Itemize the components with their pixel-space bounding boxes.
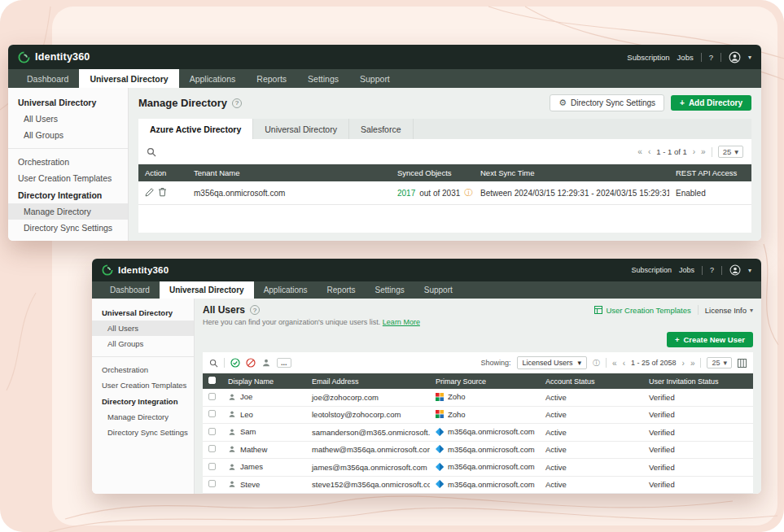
user-row[interactable]: Johnson johnson12@m356qa.onmicrosoft.com: [203, 494, 753, 495]
row-checkbox[interactable]: [208, 445, 216, 452]
next-page-button[interactable]: ›: [693, 147, 695, 156]
search-icon[interactable]: [147, 147, 156, 157]
chevron-down-icon: ▾: [723, 359, 727, 367]
prev-page-button[interactable]: ‹: [623, 359, 625, 368]
account-status-cell: Active: [540, 406, 643, 424]
nav-settings[interactable]: Settings: [297, 69, 349, 88]
info-icon[interactable]: ⓘ: [593, 358, 600, 368]
sidebar-item-orchestration[interactable]: Orchestration: [92, 362, 194, 377]
row-checkbox[interactable]: [208, 393, 216, 400]
help-button[interactable]: ?: [710, 266, 714, 274]
sidebar-item-user-creation-templates[interactable]: User Creation Templates: [8, 170, 128, 186]
tab-azure-active-directory[interactable]: Azure Active Directory: [138, 119, 253, 139]
chevron-down-icon[interactable]: ▾: [748, 54, 751, 61]
page-size-select[interactable]: 25 ▾: [718, 146, 743, 158]
search-icon[interactable]: [209, 359, 218, 368]
synced-count-link[interactable]: 2017: [397, 189, 415, 198]
last-page-button[interactable]: »: [701, 147, 706, 156]
sidebar-item-orchestration[interactable]: Orchestration: [8, 154, 128, 170]
prev-page-button[interactable]: ‹: [648, 147, 650, 156]
sidebar-item-manage-directory[interactable]: Manage Directory: [92, 409, 194, 425]
nav-dashboard[interactable]: Dashboard: [100, 281, 160, 299]
sidebar-item-directory-sync-settings[interactable]: Directory Sync Settings: [92, 425, 194, 440]
user-creation-templates-link[interactable]: User Creation Templates: [594, 306, 690, 315]
sidebar-item-all-groups[interactable]: All Groups: [92, 336, 194, 351]
create-new-user-button[interactable]: + Create New User: [667, 332, 753, 347]
nav-reports[interactable]: Reports: [246, 69, 297, 88]
directory-sync-settings-button[interactable]: ⚙ Directory Sync Settings: [550, 94, 664, 111]
nav-universal-directory[interactable]: Universal Directory: [160, 281, 254, 299]
page-size-select[interactable]: 25 ▾: [707, 357, 732, 368]
nav-applications[interactable]: Applications: [254, 281, 318, 299]
nav-universal-directory[interactable]: Universal Directory: [79, 69, 178, 88]
tab-universal-directory[interactable]: Universal Directory: [253, 119, 349, 139]
divider: [92, 356, 194, 357]
sidebar-item-all-groups[interactable]: All Groups: [8, 127, 128, 143]
help-icon[interactable]: ?: [232, 98, 242, 108]
tab-salesforce[interactable]: Salesforce: [349, 119, 414, 139]
select-all-checkbox[interactable]: [208, 377, 216, 384]
user-icon: [228, 463, 236, 471]
user-avatar-icon[interactable]: [729, 51, 741, 63]
nav-support[interactable]: Support: [349, 69, 401, 88]
column-chooser-icon[interactable]: [738, 359, 747, 368]
nav-support[interactable]: Support: [414, 281, 462, 299]
user-row[interactable]: Mathew mathew@m356qa.onmicrosoft.com: [203, 441, 753, 459]
sidebar-item-all-users[interactable]: All Users: [8, 111, 128, 127]
display-name-text: Leo: [240, 410, 253, 419]
edit-icon[interactable]: [145, 188, 154, 197]
users-card: ... Showing: Licensed Users ▾ ⓘ « ‹ 1 -: [203, 352, 753, 494]
user-row[interactable]: Leo leotolstoy@zohocorp.com: [203, 406, 753, 424]
row-checkbox[interactable]: [208, 428, 216, 435]
user-row[interactable]: Steve steve152@m356qa.onmicrosoft.com: [203, 476, 753, 494]
sync-user-icon[interactable]: [261, 358, 271, 368]
nav-reports[interactable]: Reports: [318, 281, 366, 299]
license-info-link[interactable]: License Info ▾: [705, 306, 753, 315]
info-icon[interactable]: ⓘ: [464, 187, 472, 198]
disable-user-icon[interactable]: [246, 358, 256, 368]
user-row[interactable]: Joe joe@zohocorp.com: [203, 389, 753, 406]
sidebar-item-directory-sync-settings[interactable]: Directory Sync Settings: [8, 220, 128, 236]
add-directory-button[interactable]: + Add Directory: [671, 95, 751, 111]
sidebar-item-manage-directory[interactable]: Manage Directory: [8, 203, 128, 220]
more-actions-button[interactable]: ...: [277, 358, 291, 368]
user-avatar-icon[interactable]: [729, 264, 741, 276]
delete-icon[interactable]: [158, 187, 167, 197]
help-icon[interactable]: ?: [250, 305, 260, 315]
subscription-link[interactable]: Subscription: [631, 266, 672, 274]
learn-more-link[interactable]: Learn More: [383, 318, 420, 326]
nav-settings[interactable]: Settings: [366, 281, 414, 299]
primary-source-cell: m356qa.onmicrosoft.com: [430, 476, 540, 494]
row-checkbox[interactable]: [208, 480, 216, 487]
plus-icon: +: [680, 98, 685, 107]
topbar-actions: Subscription Jobs ? ▾: [627, 51, 751, 63]
next-sync-time-text: Between 2024/03/15 12:29:31 - 2024/03/15…: [480, 189, 669, 198]
help-button[interactable]: ?: [709, 53, 713, 62]
jobs-link[interactable]: Jobs: [677, 53, 694, 62]
sidebar-item-user-creation-templates[interactable]: User Creation Templates: [92, 377, 194, 393]
nav-dashboard[interactable]: Dashboard: [16, 69, 79, 88]
user-row[interactable]: Sam samanderson@m365.onmicrosoft.com: [203, 424, 753, 442]
display-name-cell: Johnson: [222, 494, 306, 495]
display-name-cell: Sam: [222, 424, 306, 442]
first-page-button[interactable]: «: [612, 359, 617, 368]
email-cell: james@m356qa.onmicrosoft.com: [306, 459, 430, 477]
row-checkbox[interactable]: [208, 463, 216, 470]
divider: [700, 358, 701, 368]
nav-applications[interactable]: Applications: [179, 69, 247, 88]
chevron-down-icon[interactable]: ▾: [748, 267, 751, 274]
first-page-button[interactable]: «: [637, 147, 642, 156]
user-row[interactable]: James james@m356qa.onmicrosoft.com: [203, 459, 753, 477]
users-pagination: Showing: Licensed Users ▾ ⓘ « ‹ 1 - 25 o…: [481, 356, 747, 369]
sidebar-item-all-users[interactable]: All Users: [92, 321, 194, 336]
last-page-button[interactable]: »: [690, 359, 695, 368]
next-page-button[interactable]: ›: [682, 359, 685, 368]
user-filter-value: Licensed Users: [523, 359, 573, 367]
brand-title: Identity360: [35, 51, 90, 63]
azure-ad-icon: [436, 428, 444, 436]
jobs-link[interactable]: Jobs: [679, 266, 694, 274]
enable-user-icon[interactable]: [230, 358, 240, 368]
row-checkbox[interactable]: [208, 410, 216, 417]
subscription-link[interactable]: Subscription: [627, 53, 669, 62]
user-filter-select[interactable]: Licensed Users ▾: [517, 356, 588, 369]
